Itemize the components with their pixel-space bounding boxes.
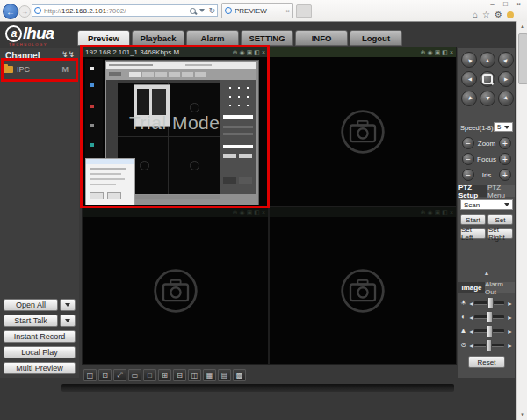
start-talk-dropdown-button[interactable]: [60, 315, 76, 327]
tab-image[interactable]: Image: [458, 282, 485, 293]
close-stream-icon[interactable]: ×: [450, 209, 453, 215]
video-pane-4[interactable]: ⊕ ◉ ▣ ◧ ×: [269, 206, 457, 365]
hue-slider[interactable]: [474, 344, 504, 347]
split-9-button[interactable]: ▦: [203, 369, 216, 381]
nav-tab-alarm[interactable]: Alarm: [186, 30, 239, 46]
video-pane-2[interactable]: ⊕ ◉ ▣ ◧ ×: [269, 47, 457, 206]
ptz-up-button[interactable]: ▲: [480, 52, 495, 68]
close-stream-icon[interactable]: ×: [450, 49, 453, 55]
ptz-down-right-button[interactable]: ▲: [498, 91, 514, 106]
slider-left-arrow[interactable]: ◄: [468, 343, 474, 349]
tab-ptz-menu[interactable]: PTZ Menu: [487, 185, 515, 197]
address-bar[interactable]: http://192.168.2.101:7002/ ↻: [32, 4, 218, 17]
iris-open-button[interactable]: +: [499, 169, 511, 181]
channel-item-ipc[interactable]: IPC M: [4, 62, 76, 77]
set-button[interactable]: Set: [487, 214, 513, 225]
settings-gear-icon[interactable]: ⚙: [495, 10, 502, 19]
stream-switch-icon[interactable]: ↯↯: [61, 50, 75, 59]
ptz-function-select[interactable]: Scan: [460, 199, 513, 210]
slider-thumb[interactable]: [486, 339, 492, 351]
slider-left-arrow[interactable]: ◄: [468, 301, 474, 307]
image-adjust-button[interactable]: ◫: [83, 369, 97, 381]
set-left-button[interactable]: Set Left: [460, 228, 486, 239]
search-options-caret-icon[interactable]: [199, 9, 205, 12]
video-pane-3[interactable]: ⊕ ◉ ▣ ◧ ×: [82, 206, 269, 365]
slider-right-arrow[interactable]: ►: [507, 343, 513, 349]
slider-left-arrow[interactable]: ◄: [468, 329, 474, 335]
new-tab-button[interactable]: [296, 4, 312, 18]
browser-tab-preview[interactable]: PREVIEW ×: [221, 3, 293, 18]
scrollbar-thumb[interactable]: [518, 33, 527, 84]
main-stream-badge[interactable]: M: [62, 65, 76, 74]
local-record-icon[interactable]: ◉: [240, 209, 245, 215]
refresh-icon[interactable]: ↻: [208, 6, 215, 15]
nav-tab-logout[interactable]: Logout: [350, 30, 402, 46]
slider-right-arrow[interactable]: ►: [507, 329, 513, 335]
close-window-button[interactable]: ×: [512, 0, 525, 8]
search-icon[interactable]: [190, 8, 196, 14]
local-record-icon[interactable]: ◉: [428, 49, 433, 55]
nav-tab-setting[interactable]: SETTING: [241, 30, 293, 46]
saturation-slider[interactable]: [474, 329, 504, 333]
speed-select[interactable]: 5: [494, 122, 513, 132]
home-icon[interactable]: ⌂: [473, 10, 478, 19]
close-stream-icon[interactable]: ×: [262, 49, 265, 55]
original-size-button[interactable]: ⊡: [98, 369, 112, 381]
digital-zoom-icon[interactable]: ⊕: [233, 209, 238, 215]
local-record-icon[interactable]: ◉: [240, 49, 245, 55]
minimize-button[interactable]: –: [486, 0, 499, 8]
video-pane-1[interactable]: 192.168.2.101_1 3468Kbps M ⊕ ◉ ▣ ◧ ×: [82, 47, 269, 206]
set-right-button[interactable]: Set Right: [487, 228, 513, 239]
scroll-down-icon[interactable]: ▼: [517, 409, 527, 420]
nav-tab-info[interactable]: INFO: [295, 30, 348, 46]
close-stream-icon[interactable]: ×: [262, 209, 265, 215]
audio-icon[interactable]: ◧: [442, 49, 448, 55]
digital-zoom-icon[interactable]: ⊕: [233, 49, 238, 55]
zoom-in-button[interactable]: +: [499, 137, 511, 149]
snapshot-icon[interactable]: ▣: [435, 209, 441, 215]
split-4-button[interactable]: ⊞: [158, 369, 171, 381]
ptz-left-button[interactable]: ▲: [461, 71, 477, 87]
fullscreen-button[interactable]: ⤢: [113, 369, 126, 381]
audio-icon[interactable]: ◧: [254, 209, 260, 215]
audio-icon[interactable]: ◧: [442, 209, 448, 215]
ptz-up-left-button[interactable]: ▲: [461, 52, 477, 68]
ptz-position-button[interactable]: [480, 71, 495, 87]
split-8-button[interactable]: ◫: [188, 369, 201, 381]
ptz-down-left-button[interactable]: ▲: [461, 91, 477, 106]
ptz-right-button[interactable]: ▲: [498, 71, 514, 87]
page-scrollbar[interactable]: ▲ ▼: [516, 21, 527, 420]
nav-tab-playback[interactable]: Playback: [132, 30, 184, 46]
local-play-button[interactable]: Local Play: [4, 346, 76, 358]
digital-zoom-icon[interactable]: ⊕: [421, 49, 426, 55]
brightness-slider[interactable]: [474, 301, 504, 305]
focus-far-button[interactable]: +: [499, 153, 511, 165]
tab-close-icon[interactable]: ×: [285, 7, 290, 15]
snapshot-icon[interactable]: ▣: [435, 49, 441, 55]
snapshot-icon[interactable]: ▣: [247, 209, 253, 215]
slider-thumb[interactable]: [487, 325, 493, 337]
local-record-icon[interactable]: ◉: [428, 209, 433, 215]
tab-ptz-setup[interactable]: PTZ Setup: [458, 185, 487, 197]
instant-record-button[interactable]: Instant Record: [4, 330, 76, 343]
slider-right-arrow[interactable]: ►: [507, 315, 513, 321]
forward-button[interactable]: →: [18, 5, 31, 18]
tab-alarm-out[interactable]: Alarm Out: [485, 282, 515, 293]
split-1-button[interactable]: □: [143, 369, 156, 381]
split-6-button[interactable]: ⊟: [173, 369, 186, 381]
split-13-button[interactable]: ▤: [218, 369, 231, 381]
wide-view-button[interactable]: ▭: [128, 369, 141, 381]
ptz-down-button[interactable]: ▲: [480, 91, 495, 106]
slider-left-arrow[interactable]: ◄: [468, 315, 474, 321]
ptz-up-right-button[interactable]: ▲: [498, 52, 514, 68]
start-button[interactable]: Start: [460, 214, 486, 225]
snapshot-icon[interactable]: ▣: [247, 49, 253, 55]
contrast-slider[interactable]: [474, 315, 504, 319]
maximize-button[interactable]: □: [499, 0, 512, 8]
start-talk-button[interactable]: Start Talk: [4, 315, 58, 327]
scroll-up-icon[interactable]: ▲: [517, 21, 527, 32]
multi-preview-button[interactable]: Multi Preview: [4, 362, 76, 374]
slider-thumb[interactable]: [487, 297, 494, 309]
slider-right-arrow[interactable]: ►: [507, 301, 513, 307]
favorites-icon[interactable]: ☆: [482, 10, 490, 19]
